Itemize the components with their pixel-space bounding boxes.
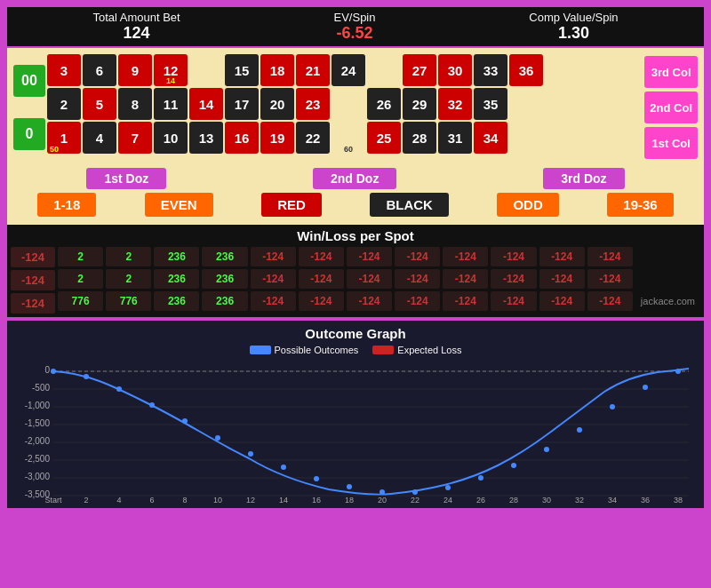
ev-label: EV/Spin — [334, 11, 376, 24]
svg-text:22: 22 — [411, 496, 419, 503]
svg-text:0: 0 — [44, 365, 50, 375]
bet-1-18[interactable]: 1-18 — [37, 193, 96, 217]
bet-even[interactable]: EVEN — [145, 193, 213, 217]
cell-29[interactable]: 29 — [403, 88, 436, 120]
cell-4[interactable]: 4 — [83, 122, 116, 154]
stats-bar: Total Amount Bet 124 EV/Spin -6.52 Comp … — [7, 7, 704, 46]
cell-16[interactable]: 16 — [225, 122, 259, 154]
svg-text:12: 12 — [246, 496, 255, 503]
cell-33[interactable]: 33 — [474, 54, 507, 86]
cell-13[interactable]: 13 — [189, 122, 223, 154]
left-green-col: 00 0 — [13, 54, 45, 161]
svg-text:16: 16 — [312, 496, 321, 503]
wl-r1-c1: 2 — [106, 269, 151, 289]
cell-7[interactable]: 7 — [118, 122, 152, 154]
cell-11[interactable]: 11 — [154, 88, 188, 120]
ev-value: -6.52 — [334, 24, 376, 43]
cell-10[interactable]: 10 — [154, 122, 188, 154]
wl-left-0: -124 — [11, 247, 55, 267]
cell-23[interactable]: 23 — [296, 88, 330, 120]
cell-1[interactable]: 150 — [47, 122, 81, 154]
svg-point-34 — [610, 404, 615, 409]
board-row-top: 3 6 9 1214 15 18 21 24 27 30 33 36 — [47, 54, 643, 86]
bet-red[interactable]: RED — [261, 193, 322, 217]
svg-point-18 — [84, 374, 89, 379]
svg-point-30 — [478, 475, 483, 481]
cell-9[interactable]: 9 — [118, 54, 152, 86]
cell-26[interactable]: 26 — [367, 88, 401, 120]
svg-text:-500: -500 — [32, 383, 50, 393]
cell-34[interactable]: 34 — [474, 122, 507, 154]
svg-point-24 — [281, 465, 286, 470]
wl-r0-c5: -124 — [299, 247, 344, 266]
spacer-1 — [189, 54, 223, 86]
cell-21[interactable]: 21 — [296, 54, 330, 86]
cell-15[interactable]: 15 — [225, 54, 259, 86]
bet-odd[interactable]: ODD — [497, 193, 558, 217]
svg-text:36: 36 — [641, 496, 650, 503]
wl-r1-c5: -124 — [299, 269, 344, 289]
dozen-3rd[interactable]: 3rd Doz — [543, 168, 624, 189]
legend-possible: Possible Outcomes — [250, 345, 359, 355]
cell-25[interactable]: 25 — [367, 122, 401, 154]
cell-22[interactable]: 22 — [296, 122, 330, 154]
cell-3[interactable]: 3 — [47, 54, 81, 86]
cell-24[interactable]: 24 — [332, 54, 365, 86]
cell-5[interactable]: 5 — [83, 88, 116, 120]
cell-31[interactable]: 31 — [438, 122, 472, 154]
board-container: 00 0 3 6 9 1214 15 18 21 24 27 — [10, 51, 701, 164]
svg-text:18: 18 — [345, 496, 354, 503]
cell-30[interactable]: 30 — [438, 54, 472, 86]
wl-row-0: 2 2 236 236 -124 -124 -124 -124 -124 -12… — [58, 247, 633, 266]
cell-14[interactable]: 14 — [189, 88, 223, 120]
cell-28[interactable]: 28 — [403, 122, 436, 154]
dozen-2nd[interactable]: 2nd Doz — [313, 168, 396, 189]
wl-r0-c3: 236 — [202, 247, 247, 266]
wl-r0-c2: 236 — [154, 247, 199, 266]
cell-00[interactable]: 00 — [13, 65, 45, 97]
wl-r0-c11: -124 — [587, 247, 633, 266]
wl-r1-c7: -124 — [395, 269, 440, 289]
col-label-3rd[interactable]: 3rd Col — [644, 56, 698, 88]
dozen-1st[interactable]: 1st Doz — [86, 168, 166, 189]
cell-2[interactable]: 2 — [47, 88, 81, 120]
graph-section: Outcome Graph Possible Outcomes Expected… — [7, 321, 704, 508]
svg-text:2: 2 — [84, 496, 88, 503]
cell-6[interactable]: 6 — [83, 54, 116, 86]
cell-36[interactable]: 36 — [509, 54, 543, 86]
col-label-2nd[interactable]: 2nd Col — [644, 91, 698, 123]
legend-possible-label: Possible Outcomes — [275, 345, 359, 355]
cell-0[interactable]: 0 — [13, 118, 45, 150]
cell-27[interactable]: 27 — [403, 54, 436, 86]
wl-r0-c4: -124 — [251, 247, 296, 266]
cell-32[interactable]: 32 — [438, 88, 472, 120]
svg-text:4: 4 — [116, 496, 121, 503]
cell-12[interactable]: 1214 — [154, 54, 188, 86]
cell-18[interactable]: 18 — [260, 54, 294, 86]
outside-bets-row: 1-18 EVEN RED BLACK ODD 19-36 — [10, 193, 701, 217]
wl-r1-c6: -124 — [347, 269, 392, 289]
wl-r1-c9: -124 — [491, 269, 536, 289]
svg-text:28: 28 — [509, 496, 518, 503]
wl-r2-c4: -124 — [251, 291, 296, 311]
cell-35[interactable]: 35 — [474, 88, 507, 120]
jackace-label: jackace.com — [637, 292, 699, 310]
ev-group: EV/Spin -6.52 — [334, 11, 376, 43]
svg-text:30: 30 — [542, 496, 551, 503]
graph-svg: 0 -500 -1,000 -1,500 -2,000 -2,500 -3,00… — [12, 361, 699, 503]
svg-point-26 — [347, 484, 352, 489]
bet-badge-12: 14 — [166, 76, 175, 85]
cell-8[interactable]: 8 — [118, 88, 152, 120]
right-col-labels: 3rd Col 2nd Col 1st Col — [644, 54, 698, 161]
svg-point-27 — [379, 489, 385, 495]
svg-point-35 — [643, 385, 648, 390]
bet-black[interactable]: BLACK — [370, 193, 449, 217]
col-label-1st[interactable]: 1st Col — [644, 127, 698, 159]
cell-19[interactable]: 19 — [260, 122, 294, 154]
wl-row-1: 2 2 236 236 -124 -124 -124 -124 -124 -12… — [58, 269, 633, 289]
wl-r1-c8: -124 — [443, 269, 488, 289]
bet-19-36[interactable]: 19-36 — [607, 193, 673, 217]
svg-text:32: 32 — [575, 496, 584, 503]
cell-20[interactable]: 20 — [260, 88, 294, 120]
cell-17[interactable]: 17 — [225, 88, 259, 120]
